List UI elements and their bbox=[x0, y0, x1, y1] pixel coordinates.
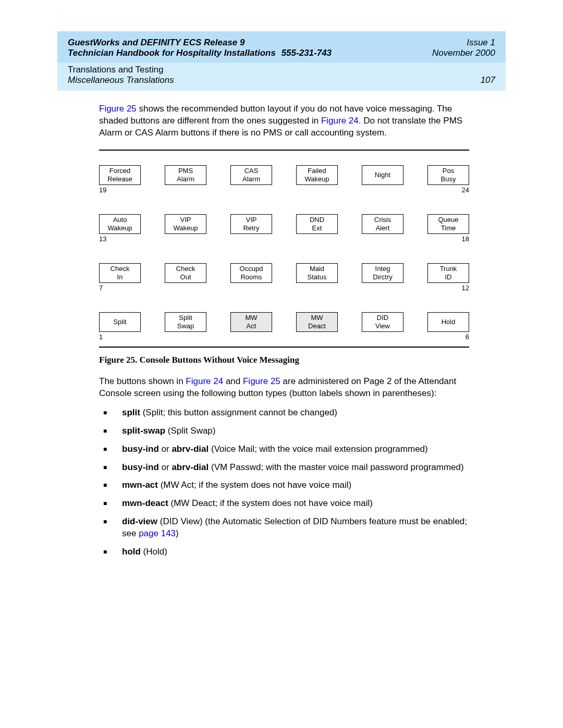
intro-paragraph: Figure 25 shows the recommended button l… bbox=[99, 103, 469, 139]
button-cell: Night bbox=[362, 165, 403, 185]
bullet-bold: hold bbox=[122, 547, 141, 557]
bullet-rest: (Hold) bbox=[141, 547, 167, 557]
list-item: busy-ind or abrv-dial (VM Passwd; with t… bbox=[114, 462, 469, 474]
bullet-bold: busy-ind bbox=[122, 444, 159, 454]
console-button: AutoWakeup bbox=[99, 214, 141, 234]
button-row: CheckInCheckOutOccupdRoomsMaidStatusInte… bbox=[99, 263, 469, 283]
console-button: CrisisAlert bbox=[362, 214, 403, 234]
button-label-line-2: Alarm bbox=[177, 175, 194, 183]
row-number-right: 24 bbox=[462, 186, 469, 194]
bullet-mid: or bbox=[159, 462, 172, 472]
button-cell: AutoWakeup bbox=[99, 214, 141, 234]
button-cell: VIPWakeup bbox=[165, 214, 206, 234]
button-cell: CrisisAlert bbox=[362, 214, 403, 234]
button-label-line-2: Busy bbox=[441, 175, 456, 183]
bullet-rest: (Voice Mail; with the voice mail extensi… bbox=[209, 444, 427, 454]
console-button: ForcedRelease bbox=[99, 165, 141, 185]
bullet-bold: did-view bbox=[122, 516, 157, 526]
bullet-bold-2: abrv-dial bbox=[172, 444, 209, 454]
button-cell: DNDExt bbox=[296, 214, 338, 234]
button-label-line-2: Rooms bbox=[240, 273, 262, 281]
button-label-line-2: Retry bbox=[243, 224, 259, 232]
button-cell: QueueTime bbox=[427, 214, 469, 234]
bullet-rest: (VM Passwd; with the master voice mail p… bbox=[209, 462, 463, 472]
bullet-mid: or bbox=[159, 444, 172, 454]
after-text-a: The buttons shown in bbox=[99, 376, 186, 386]
console-button: VIPRetry bbox=[230, 214, 272, 234]
button-label-line-1: Check bbox=[176, 265, 195, 273]
handbook-title: Technician Handbook for Hospitality Inst… bbox=[68, 48, 276, 58]
figure-24-link-2[interactable]: Figure 24 bbox=[186, 376, 223, 386]
button-label-line-1: CAS bbox=[244, 167, 259, 175]
button-label-line-2: Act bbox=[247, 322, 256, 330]
bullet-bold: busy-ind bbox=[122, 462, 159, 472]
button-row: AutoWakeupVIPWakeupVIPRetryDNDExtCrisisA… bbox=[99, 214, 469, 234]
figure-25-link-2[interactable]: Figure 25 bbox=[243, 376, 280, 386]
list-item: split-swap (Split Swap) bbox=[114, 425, 469, 437]
button-cell: TrunkID bbox=[427, 263, 469, 283]
chapter-title: Translations and Testing bbox=[68, 65, 174, 75]
console-button: MaidStatus bbox=[296, 263, 338, 283]
button-cell: MWAct bbox=[230, 312, 272, 332]
subheader-left: Translations and Testing Miscellaneous T… bbox=[68, 65, 174, 85]
row-number-right: 12 bbox=[462, 284, 469, 292]
button-cell: FailedWakeup bbox=[296, 165, 338, 185]
console-button: Hold bbox=[427, 312, 469, 332]
button-row: SplitSplitSwapMWActMWDeactDIDViewHold16 bbox=[99, 312, 469, 332]
figure-25-link[interactable]: Figure 25 bbox=[99, 104, 137, 114]
bullet-bold-2: abrv-dial bbox=[172, 462, 209, 472]
console-button: DNDExt bbox=[296, 214, 338, 234]
row-number-left: 7 bbox=[99, 284, 103, 292]
button-label-line-1: MW bbox=[245, 314, 257, 322]
button-label-line-1: Check bbox=[111, 265, 130, 273]
button-label-line-1: Trunk bbox=[440, 265, 457, 273]
header-handbook: Technician Handbook for Hospitality Inst… bbox=[68, 48, 332, 58]
bullet-rest: (MW Deact; if the system does not have v… bbox=[168, 498, 373, 508]
console-button: Night bbox=[362, 165, 403, 185]
button-label-line-1: VIP bbox=[246, 216, 257, 224]
button-label-line-2: Alert bbox=[376, 224, 390, 232]
console-button: PosBusy bbox=[427, 165, 469, 185]
button-cell: VIPRetry bbox=[230, 214, 272, 234]
button-label-line-2: Swap bbox=[177, 322, 194, 330]
page-number: 107 bbox=[481, 75, 495, 85]
console-button: CheckIn bbox=[99, 263, 141, 283]
list-item: hold (Hold) bbox=[114, 546, 469, 558]
console-button: CheckOut bbox=[165, 263, 206, 283]
console-button: MWDeact bbox=[296, 312, 338, 332]
button-label-line-1: VIP bbox=[180, 216, 191, 224]
button-label-line-1: MW bbox=[311, 314, 323, 322]
page-link[interactable]: page 143 bbox=[139, 528, 176, 538]
header-product: GuestWorks and DEFINITY ECS Release 9 bbox=[68, 38, 245, 48]
button-label-line-1: Occupd bbox=[240, 265, 263, 273]
button-cell: DIDView bbox=[362, 312, 403, 332]
button-label-line-2: Wakeup bbox=[107, 224, 132, 232]
button-label-line-1: Crisis bbox=[374, 216, 391, 224]
bullet-bold: split bbox=[122, 408, 140, 417]
bullet-bold: split-swap bbox=[122, 426, 165, 436]
bullet-bold: mwn-act bbox=[122, 480, 158, 490]
row-number-left: 13 bbox=[99, 235, 106, 243]
console-button: TrunkID bbox=[427, 263, 469, 283]
button-label-line-2: In bbox=[117, 273, 123, 281]
button-cell: CheckOut bbox=[165, 263, 206, 283]
row-number-right: 6 bbox=[466, 333, 469, 341]
after-text-b: and bbox=[223, 376, 243, 386]
button-label-line-2: Out bbox=[180, 273, 191, 281]
list-item: did-view (DID View) (the Automatic Selec… bbox=[114, 516, 469, 540]
header-date: November 2000 bbox=[432, 48, 495, 58]
console-button: QueueTime bbox=[427, 214, 469, 234]
list-item: mwn-act (MW Act; if the system does not … bbox=[114, 479, 469, 491]
button-cell: CheckIn bbox=[99, 263, 141, 283]
button-label-line-1: Split bbox=[179, 314, 192, 322]
doc-number: 555-231-743 bbox=[282, 48, 332, 58]
bullet-rest: (MW Act; if the system does not have voi… bbox=[158, 480, 351, 490]
console-button: SplitSwap bbox=[165, 312, 206, 332]
button-label-line-1: Maid bbox=[310, 265, 324, 273]
figure-24-link[interactable]: Figure 24 bbox=[321, 116, 359, 126]
button-label-line-2: ID bbox=[445, 273, 452, 281]
button-cell: IntegDirctry bbox=[362, 263, 403, 283]
bullet-after: ) bbox=[176, 528, 179, 538]
page: GuestWorks and DEFINITY ECS Release 9 Is… bbox=[0, 0, 563, 606]
bullet-rest: (Split; this button assignment cannot be… bbox=[140, 408, 337, 417]
